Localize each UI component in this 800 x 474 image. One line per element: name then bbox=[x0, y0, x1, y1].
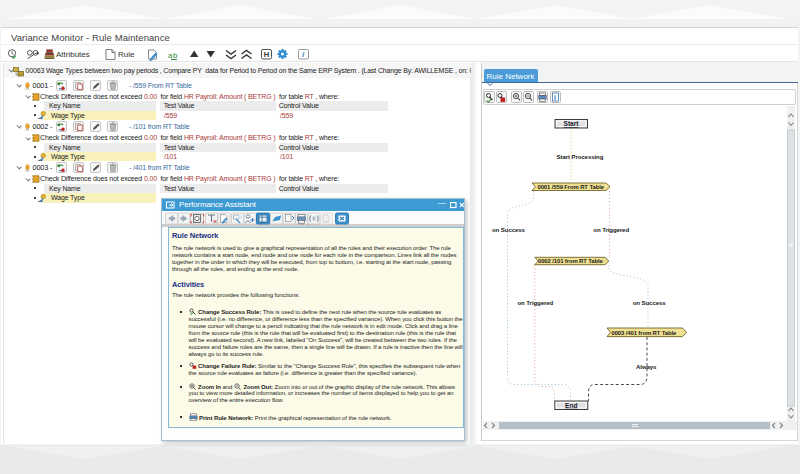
svg-text:0001 /559 From RT Table: 0001 /559 From RT Table bbox=[538, 184, 605, 190]
svg-text:0003 /401 from RT Table: 0003 /401 from RT Table bbox=[612, 330, 678, 336]
svg-text:H: H bbox=[264, 50, 269, 59]
svg-text:on Success: on Success bbox=[633, 299, 667, 306]
svg-text:on Triggered: on Triggered bbox=[518, 299, 554, 306]
svg-text:Always: Always bbox=[636, 363, 657, 370]
svg-text:End: End bbox=[565, 402, 577, 409]
svg-text:on Triggered: on Triggered bbox=[593, 226, 629, 233]
svg-text:Start Processing: Start Processing bbox=[557, 153, 604, 160]
svg-text:b: b bbox=[173, 51, 178, 60]
svg-text:i: i bbox=[554, 94, 556, 101]
svg-text:Start: Start bbox=[564, 120, 580, 127]
svg-text:0002 /101 from RT Table: 0002 /101 from RT Table bbox=[538, 258, 604, 264]
svg-text:on Success: on Success bbox=[492, 226, 526, 233]
